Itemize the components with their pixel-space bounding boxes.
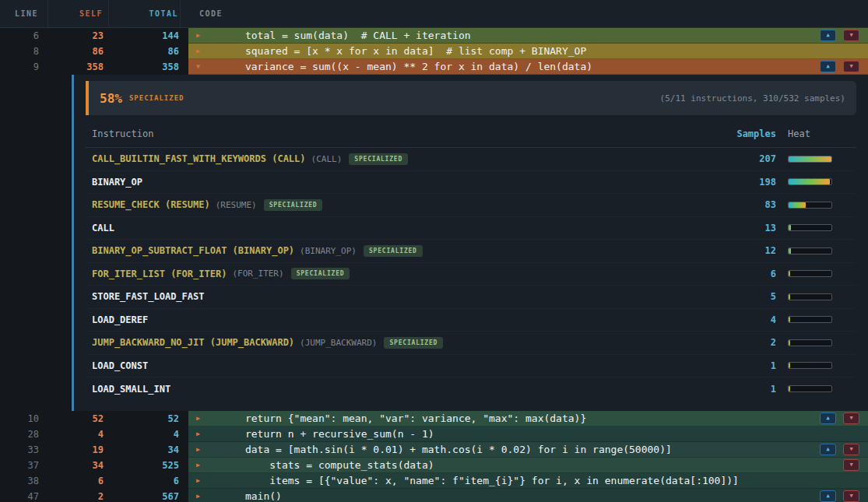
sample-summary: (5/11 instructions, 310/532 samples) bbox=[660, 93, 845, 104]
total-count: 567 bbox=[109, 489, 181, 502]
code-text: total = sum(data) # CALL + iteration bbox=[209, 30, 471, 41]
expand-toggle-icon[interactable]: ▶ bbox=[196, 462, 209, 469]
heat-bar-track bbox=[788, 316, 832, 323]
instruction-name-cell: LOAD_CONST bbox=[86, 360, 722, 371]
heat-bar-cell bbox=[776, 156, 856, 163]
jump-up-button[interactable]: ▲ bbox=[820, 444, 836, 455]
jump-up-button[interactable]: ▲ bbox=[820, 30, 836, 41]
instruction-name-cell: BINARY_OP_SUBTRACT_FLOAT (BINARY_OP) (BI… bbox=[86, 245, 722, 257]
expand-toggle-icon[interactable]: ▶ bbox=[196, 32, 209, 39]
specialized-badge: SPECIALIZED bbox=[349, 153, 408, 165]
code-cell[interactable]: ▶ return {"mean": mean, "var": variance,… bbox=[188, 411, 868, 427]
expand-toggle-icon[interactable]: ▼ bbox=[196, 63, 209, 70]
jump-down-button[interactable]: ▼ bbox=[843, 459, 859, 471]
instruction-name-cell: LOAD_SMALL_INT bbox=[86, 384, 722, 395]
line-number: 28 bbox=[0, 427, 48, 442]
instruction-samples: 4 bbox=[722, 314, 776, 325]
instruction-name-cell: LOAD_DEREF bbox=[86, 314, 722, 325]
total-count: 52 bbox=[109, 411, 181, 427]
total-count: 144 bbox=[109, 28, 181, 44]
self-count: 358 bbox=[48, 59, 109, 75]
instruction-name-cell: STORE_FAST_LOAD_FAST bbox=[86, 291, 722, 302]
self-count: 2 bbox=[48, 489, 109, 502]
instruction-table-header: Instruction Samples Heat bbox=[86, 115, 856, 148]
heat-bar-cell bbox=[776, 316, 856, 323]
instruction-name-cell: BINARY_OP bbox=[86, 177, 722, 188]
expand-toggle-icon[interactable]: ▶ bbox=[196, 446, 209, 453]
heat-bar-cell bbox=[776, 293, 856, 300]
code-text: stats = compute_stats(data) bbox=[209, 459, 434, 471]
instruction-name: BINARY_OP_SUBTRACT_FLOAT (BINARY_OP) bbox=[92, 245, 294, 256]
total-count: 525 bbox=[109, 458, 181, 473]
heat-bar-track bbox=[788, 156, 832, 163]
specialized-badge: SPECIALIZED bbox=[364, 245, 423, 257]
jump-down-button[interactable]: ▼ bbox=[843, 412, 859, 424]
instruction-row: JUMP_BACKWARD_NO_JIT (JUMP_BACKWARD) (JU… bbox=[86, 332, 856, 355]
jump-down-button[interactable]: ▼ bbox=[843, 30, 859, 41]
expand-toggle-icon[interactable]: ▶ bbox=[196, 430, 209, 437]
instruction-name: LOAD_SMALL_INT bbox=[92, 384, 170, 395]
code-row: 9 358 358 ▼ variance = sum((x - mean) **… bbox=[0, 59, 868, 75]
jump-up-button[interactable]: ▲ bbox=[820, 61, 836, 72]
instruction-samples: 13 bbox=[722, 223, 776, 233]
self-count: 23 bbox=[48, 28, 109, 44]
self-count: 86 bbox=[48, 44, 109, 59]
self-count: 4 bbox=[48, 427, 109, 442]
instruction-name-cell: JUMP_BACKWARD_NO_JIT (JUMP_BACKWARD) (JU… bbox=[86, 337, 722, 349]
code-cell[interactable]: ▶ items = [{"value": x, "name": f"item_{… bbox=[188, 473, 868, 489]
jump-down-button[interactable]: ▼ bbox=[843, 61, 859, 72]
expand-toggle-icon[interactable]: ▶ bbox=[196, 415, 209, 422]
expand-toggle-icon[interactable]: ▶ bbox=[196, 493, 209, 500]
instruction-samples: 5 bbox=[722, 291, 776, 302]
instruction-row: LOAD_SMALL_INT 1 bbox=[86, 377, 856, 401]
code-row: 8 86 86 ▶ squared = [x * x for x in data… bbox=[0, 44, 868, 59]
instruction-name-cell: CALL_BUILTIN_FAST_WITH_KEYWORDS (CALL) (… bbox=[86, 153, 722, 165]
code-cell[interactable]: ▶ main() ▲ ▼ bbox=[188, 489, 868, 502]
code-rows-top: 6 23 144 ▶ total = sum(data) # CALL + it… bbox=[0, 28, 868, 75]
code-cell[interactable]: ▶ stats = compute_stats(data) ▼ bbox=[188, 458, 868, 473]
code-cell[interactable]: ▶ total = sum(data) # CALL + iteration ▲… bbox=[188, 28, 868, 44]
instruction-row: STORE_FAST_LOAD_FAST 5 bbox=[86, 286, 856, 309]
column-header-samples: Samples bbox=[722, 128, 776, 139]
code-cell[interactable]: ▶ data = [math.sin(i * 0.01) + math.cos(… bbox=[188, 442, 868, 458]
column-header-code: CODE bbox=[188, 9, 223, 18]
code-cell[interactable]: ▶ squared = [x * x for x in data] # list… bbox=[188, 44, 868, 59]
line-number: 6 bbox=[0, 28, 48, 44]
heat-bar-fill bbox=[789, 386, 790, 391]
heat-bar-fill bbox=[789, 225, 791, 230]
line-number: 38 bbox=[0, 473, 48, 489]
self-count: 34 bbox=[48, 458, 109, 473]
column-header-total: TOTAL bbox=[109, 0, 181, 27]
code-cell[interactable]: ▼ variance = sum((x - mean) ** 2 for x i… bbox=[188, 59, 868, 75]
row-nav-buttons: ▲ ▼ bbox=[820, 30, 868, 41]
instruction-row: FOR_ITER_LIST (FOR_ITER) (FOR_ITER) SPEC… bbox=[86, 263, 856, 286]
total-count: 4 bbox=[109, 427, 181, 442]
code-text: items = [{"value": x, "name": f"item_{i}… bbox=[209, 475, 739, 486]
code-text: data = [math.sin(i * 0.01) + math.cos(i … bbox=[209, 444, 672, 455]
line-number: 37 bbox=[0, 458, 48, 473]
instruction-name: LOAD_DEREF bbox=[92, 314, 148, 325]
jump-up-button[interactable]: ▲ bbox=[820, 490, 836, 502]
instruction-samples: 207 bbox=[722, 153, 776, 164]
specialized-badge: SPECIALIZED bbox=[291, 268, 350, 279]
expand-toggle-icon[interactable]: ▶ bbox=[196, 47, 209, 54]
jump-down-button[interactable]: ▼ bbox=[843, 444, 859, 455]
instruction-row: LOAD_DEREF 4 bbox=[86, 309, 856, 332]
heat-bar-cell bbox=[776, 362, 856, 369]
jump-down-button[interactable]: ▼ bbox=[843, 490, 859, 502]
heat-bar-cell bbox=[776, 385, 856, 392]
specialized-label: SPECIALIZED bbox=[129, 94, 184, 102]
line-number: 10 bbox=[0, 411, 48, 427]
expand-toggle-icon[interactable]: ▶ bbox=[196, 477, 209, 484]
instruction-name-cell: FOR_ITER_LIST (FOR_ITER) (FOR_ITER) SPEC… bbox=[86, 268, 722, 279]
instruction-samples: 1 bbox=[722, 384, 776, 395]
total-count: 6 bbox=[109, 473, 181, 489]
specialized-percent: 58% bbox=[100, 91, 122, 106]
instruction-samples: 12 bbox=[722, 245, 776, 256]
code-text: return {"mean": mean, "var": variance, "… bbox=[209, 412, 586, 424]
code-cell[interactable]: ▶ return n + recursive_sum(n - 1) bbox=[188, 427, 868, 442]
code-row: 10 52 52 ▶ return {"mean": mean, "var": … bbox=[0, 411, 868, 427]
heat-bar-fill bbox=[789, 156, 831, 162]
jump-up-button[interactable]: ▲ bbox=[820, 412, 836, 424]
heat-bar-fill bbox=[789, 363, 790, 368]
